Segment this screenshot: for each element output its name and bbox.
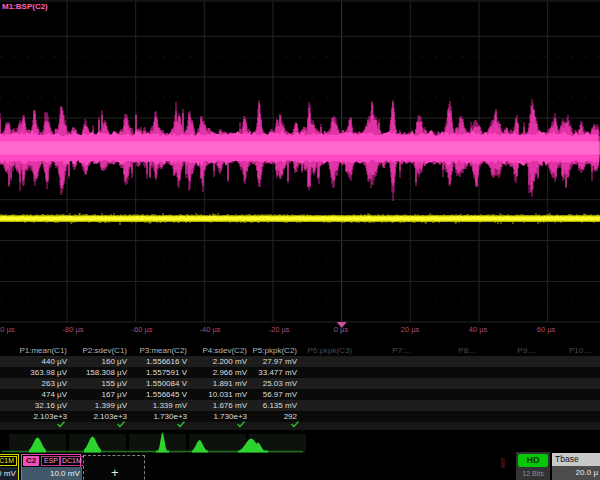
svg-text:60 µs: 60 µs	[537, 325, 556, 334]
svg-text:M1:BSP(C2): M1:BSP(C2)	[2, 2, 48, 11]
svg-text:40 µs: 40 µs	[469, 325, 488, 334]
svg-text:20 µs: 20 µs	[401, 325, 420, 334]
svg-text:-80 µs: -80 µs	[63, 325, 84, 334]
svg-text:0 µs: 0 µs	[334, 325, 349, 334]
svg-text:-40 µs: -40 µs	[200, 325, 221, 334]
svg-text:-20 µs: -20 µs	[269, 325, 290, 334]
svg-text:-100 µs: -100 µs	[0, 325, 15, 334]
svg-text:-60 µs: -60 µs	[132, 325, 153, 334]
